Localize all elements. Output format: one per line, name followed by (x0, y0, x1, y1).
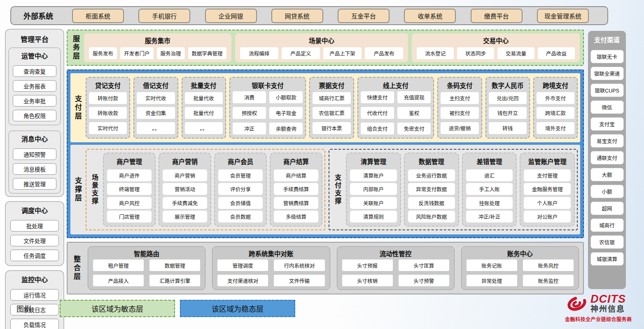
support-button[interactable]: 终端管理 (107, 183, 152, 195)
integration-button[interactable]: 文件传输 (274, 275, 324, 286)
payment-button[interactable]: 退货/撤销 (441, 122, 478, 134)
external-system-button[interactable]: 网贷系统 (271, 9, 323, 23)
support-button[interactable]: 退汇 (466, 169, 513, 181)
channel-button[interactable]: 银联CUPS (590, 83, 624, 97)
integration-button[interactable]: 产品接入 (93, 275, 144, 286)
menu-button[interactable]: 通知预警 (13, 148, 56, 160)
payment-button[interactable]: 快捷支付 (361, 91, 394, 103)
service-button[interactable]: 服务治理 (157, 47, 185, 59)
service-button[interactable]: 数据字典管理 (188, 47, 226, 59)
support-button[interactable]: 会员数据 (218, 211, 263, 222)
payment-button[interactable]: 实时代收 (137, 92, 175, 104)
menu-button[interactable]: 查询查复 (13, 65, 56, 77)
integration-button[interactable]: 头寸核销 (342, 275, 393, 286)
integration-button[interactable]: 租户管理 (93, 259, 144, 271)
support-button[interactable]: 展示管理 (163, 211, 207, 222)
channel-button[interactable]: 城银清算 (590, 252, 624, 266)
menu-button[interactable]: 任务调度 (10, 250, 59, 261)
payment-button[interactable]: 转账付款 (89, 92, 127, 104)
payment-button[interactable]: 组合支付 (361, 123, 394, 134)
payment-button[interactable]: 预授权 (233, 107, 266, 119)
integration-button[interactable]: 账务监控 (523, 275, 574, 286)
channel-button[interactable]: 银联无卡 (590, 50, 624, 63)
service-button[interactable]: 开发者门户 (120, 47, 154, 59)
service-button[interactable]: 流水登记 (417, 47, 454, 59)
menu-button[interactable]: 推送管理 (13, 178, 56, 190)
payment-button[interactable]: 电子现金 (269, 107, 303, 119)
payment-button[interactable]: 农信银汇票 (313, 107, 350, 119)
integration-button[interactable]: 头寸预报 (342, 259, 393, 271)
support-button[interactable]: 评价分享 (218, 183, 263, 195)
menu-button[interactable]: 批处理 (10, 220, 59, 232)
support-button[interactable]: 冲正/补正 (466, 211, 513, 222)
support-button[interactable]: 清算账户 (350, 169, 397, 181)
payment-button[interactable]: 城商行汇票 (313, 92, 350, 104)
menu-button[interactable]: 负载情况 (10, 319, 59, 329)
support-button[interactable]: 多级结算 (274, 211, 318, 222)
service-button[interactable]: 产品上下架 (323, 47, 362, 59)
payment-button[interactable]: 代收代付 (361, 107, 394, 119)
payment-button[interactable]: 。。 (137, 122, 175, 134)
support-button[interactable]: 会员储值 (218, 197, 263, 209)
menu-button[interactable]: 业务报表 (13, 80, 56, 92)
integration-button[interactable]: 汇路计算引擎 (149, 275, 200, 286)
service-button[interactable]: 流程编排 (240, 47, 278, 59)
support-button[interactable]: 风险账户数据 (408, 211, 455, 222)
service-button[interactable]: 交易流量 (497, 47, 534, 59)
service-button[interactable]: 产品收益 (538, 47, 575, 59)
payment-button[interactable]: 主扫支付 (441, 92, 478, 104)
support-button[interactable]: 业务运行数据 (408, 169, 455, 181)
support-button[interactable]: 反洗钱数据 (408, 197, 455, 209)
payment-button[interactable]: 实时代付 (89, 122, 127, 134)
channel-button[interactable]: 超网 (590, 202, 624, 215)
external-system-button[interactable]: 收单系统 (404, 9, 456, 23)
integration-button[interactable]: 头寸匡算 (399, 259, 449, 271)
support-button[interactable]: 商户结算 (274, 169, 318, 181)
payment-button[interactable]: 小额取款 (269, 91, 303, 103)
support-button[interactable]: 个人账户 (524, 197, 571, 209)
payment-button[interactable]: 。。 (185, 122, 223, 134)
external-system-button[interactable]: 企业网银 (205, 9, 257, 23)
support-button[interactable]: 支付管理 (524, 169, 571, 181)
channel-button[interactable]: 银联全渠道 (590, 67, 624, 80)
payment-button[interactable]: 鉴权 (397, 107, 431, 119)
support-button[interactable]: 手工入账 (466, 183, 513, 195)
support-button[interactable]: 异常支付数据 (408, 183, 455, 195)
support-button[interactable]: 会员管理 (218, 169, 263, 181)
channel-button[interactable]: 城商行 (590, 218, 624, 232)
support-button[interactable]: 商户风控 (107, 197, 152, 209)
external-system-button[interactable]: 现金管理系统 (537, 9, 589, 23)
channel-button[interactable]: 大额 (590, 168, 624, 181)
payment-button[interactable]: 跨境汇款 (537, 107, 574, 119)
menu-button[interactable]: 文件处理 (10, 235, 59, 246)
payment-button[interactable]: 余额查询 (269, 123, 303, 134)
support-button[interactable]: 金融服务管理 (524, 183, 571, 195)
integration-button[interactable]: 账务记账 (467, 259, 517, 271)
payment-button[interactable]: 转账收款 (89, 107, 127, 119)
menu-button[interactable]: 消息模板 (13, 163, 56, 175)
support-button[interactable]: 清算规则 (350, 211, 397, 222)
external-system-button[interactable]: 手机银行 (138, 9, 190, 23)
payment-button[interactable]: 充值提现 (397, 91, 431, 103)
channel-button[interactable]: 小额 (590, 185, 624, 198)
channel-button[interactable]: 通联支付 (590, 151, 624, 164)
support-button[interactable]: 营销活动 (163, 183, 207, 195)
integration-button[interactable]: 账务风控 (523, 259, 574, 271)
menu-button[interactable]: 业务审批 (13, 95, 56, 107)
service-button[interactable]: 状态同步 (457, 47, 494, 59)
payment-button[interactable]: 银行本票 (313, 122, 350, 134)
payment-button[interactable]: 兑出/兑回 (489, 92, 527, 104)
payment-button[interactable]: 钱包开立 (489, 107, 527, 119)
integration-button[interactable]: 支付渠道核对 (217, 275, 268, 286)
integration-button[interactable]: 行内系统核对 (274, 259, 324, 271)
integration-button[interactable]: 异常处理 (467, 275, 517, 286)
support-button[interactable]: 对公账户 (524, 211, 571, 222)
integration-button[interactable]: 数据管理 (149, 259, 200, 271)
payment-button[interactable]: 被扫支付 (441, 107, 478, 119)
payment-button[interactable]: 消费 (233, 91, 266, 103)
payment-button[interactable]: 转钱 (489, 122, 527, 134)
external-system-button[interactable]: 缴费平台 (471, 9, 523, 23)
payment-button[interactable]: 免密支付 (397, 123, 431, 134)
support-button[interactable]: 营销费结算 (274, 197, 318, 209)
support-button[interactable]: 关联账户 (350, 197, 397, 209)
